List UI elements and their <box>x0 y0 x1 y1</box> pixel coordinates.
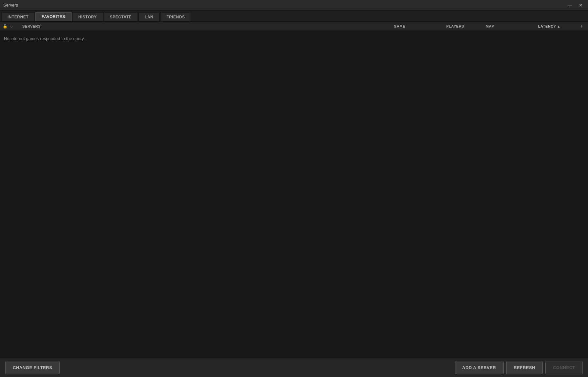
title-bar-controls: — ✕ <box>566 2 585 8</box>
tabs-bar: INTERNET FAVORITES HISTORY SPECTATE LAN … <box>0 11 588 22</box>
lock-icon: 🔒 <box>3 24 8 29</box>
tab-internet[interactable]: INTERNET <box>1 12 35 21</box>
connect-button[interactable]: CONNECT <box>545 362 583 374</box>
column-header-bar: 🔒 🛡 SERVERS GAME PLAYERS MAP LATENCY▲ + <box>0 22 588 31</box>
bottom-left: CHANGE FILTERS <box>5 362 60 374</box>
bottom-bar: CHANGE FILTERS ADD A SERVER REFRESH CONN… <box>0 358 588 377</box>
column-icons: 🔒 🛡 <box>3 24 22 29</box>
tab-favorites[interactable]: FAVORITES <box>35 12 72 21</box>
title-bar: Servers — ✕ <box>0 0 588 11</box>
refresh-button[interactable]: REFRESH <box>506 362 543 374</box>
empty-message: No internet games responded to the query… <box>0 31 588 46</box>
col-header-latency[interactable]: LATENCY▲ <box>538 24 578 28</box>
col-header-game[interactable]: GAME <box>394 24 446 28</box>
minimize-button[interactable]: — <box>566 2 574 8</box>
shield-icon: 🛡 <box>10 24 13 29</box>
add-column-button[interactable]: + <box>578 23 585 29</box>
tab-lan[interactable]: LAN <box>138 12 159 21</box>
tab-history[interactable]: HISTORY <box>72 12 103 21</box>
window-title: Servers <box>3 3 18 8</box>
tab-spectate[interactable]: SPECTATE <box>104 12 138 21</box>
col-header-map[interactable]: MAP <box>486 24 538 28</box>
col-header-servers[interactable]: SERVERS <box>22 24 394 28</box>
change-filters-button[interactable]: CHANGE FILTERS <box>5 362 60 374</box>
tab-friends[interactable]: FRIENDS <box>160 12 191 21</box>
server-list: No internet games responded to the query… <box>0 31 588 358</box>
sort-arrow-icon: ▲ <box>557 25 560 28</box>
close-button[interactable]: ✕ <box>577 2 585 8</box>
col-header-players[interactable]: PLAYERS <box>446 24 486 28</box>
bottom-right: ADD A SERVER REFRESH CONNECT <box>455 362 583 374</box>
add-server-button[interactable]: ADD A SERVER <box>455 362 504 374</box>
